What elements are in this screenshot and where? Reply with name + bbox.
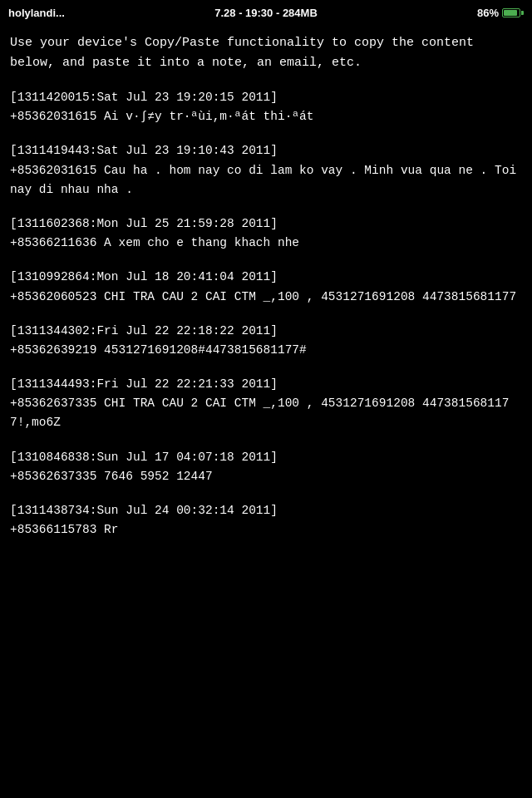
status-bar: holylandi... 7.28 - 19:30 - 284MB 86% <box>0 0 532 25</box>
battery-fill <box>504 10 517 16</box>
message-content: +85362031615 Cau ha . hom nay co di lam … <box>10 164 516 196</box>
message-id: [1311602368:Mon Jul 25 21:59:28 2011] <box>10 217 278 230</box>
message-id: [1310846838:Sun Jul 17 04:07:18 2011] <box>10 451 278 464</box>
message-content: +85366211636 A xem cho e thang khach nhe <box>10 236 299 249</box>
message-id: [1310992864:Mon Jul 18 20:41:04 2011] <box>10 270 278 283</box>
battery-icon <box>502 8 524 17</box>
message-block: [1311602368:Mon Jul 25 21:59:28 2011]+85… <box>10 214 522 253</box>
message-id: [1311419443:Sat Jul 23 19:10:43 2011] <box>10 144 278 157</box>
content-area: Use your device's Copy/Paste functionali… <box>0 25 532 563</box>
message-block: [1310846838:Sun Jul 17 04:07:18 2011]+85… <box>10 448 522 486</box>
message-content: +85362639219 4531271691208#4473815681177… <box>10 343 307 357</box>
message-content: +85362031615 Ai v·∫≠y tr·ªùi,m·ªát thi·ª… <box>10 110 313 123</box>
app-name: holylandi... <box>8 7 180 19</box>
message-block: [1311420015:Sat Jul 23 19:20:15 2011]+85… <box>10 88 522 126</box>
battery-percent: 86% <box>477 7 499 19</box>
message-content: +85362637335 7646 5952 12447 <box>10 470 213 483</box>
message-id: [1311420015:Sat Jul 23 19:20:15 2011] <box>10 91 278 104</box>
battery-tip <box>521 11 524 15</box>
message-id: [1311344302:Fri Jul 22 22:18:22 2011] <box>10 324 278 337</box>
message-content: +85362637335 CHI TRA CAU 2 CAI CTM _,100… <box>10 397 509 429</box>
message-id: [1311438734:Sun Jul 24 00:32:14 2011] <box>10 504 278 517</box>
battery-body <box>502 8 520 17</box>
message-block: [1311344302:Fri Jul 22 22:18:22 2011]+85… <box>10 322 522 360</box>
message-block: [1311438734:Sun Jul 24 00:32:14 2011]+85… <box>10 501 522 539</box>
datetime: 7.28 - 19:30 - 284MB <box>180 7 352 19</box>
messages-container: [1311420015:Sat Jul 23 19:20:15 2011]+85… <box>10 88 522 539</box>
message-content: +85366115783 Rr <box>10 523 119 536</box>
message-block: [1311344493:Fri Jul 22 22:21:33 2011]+85… <box>10 375 522 433</box>
message-block: [1311419443:Sat Jul 23 19:10:43 2011]+85… <box>10 141 522 200</box>
status-right: 86% <box>352 7 524 19</box>
message-id: [1311344493:Fri Jul 22 22:21:33 2011] <box>10 377 278 391</box>
message-content: +85362060523 CHI TRA CAU 2 CAI CTM _,100… <box>10 290 516 303</box>
instruction-text: Use your device's Copy/Paste functionali… <box>10 33 522 73</box>
message-block: [1310992864:Mon Jul 18 20:41:04 2011]+85… <box>10 268 522 306</box>
